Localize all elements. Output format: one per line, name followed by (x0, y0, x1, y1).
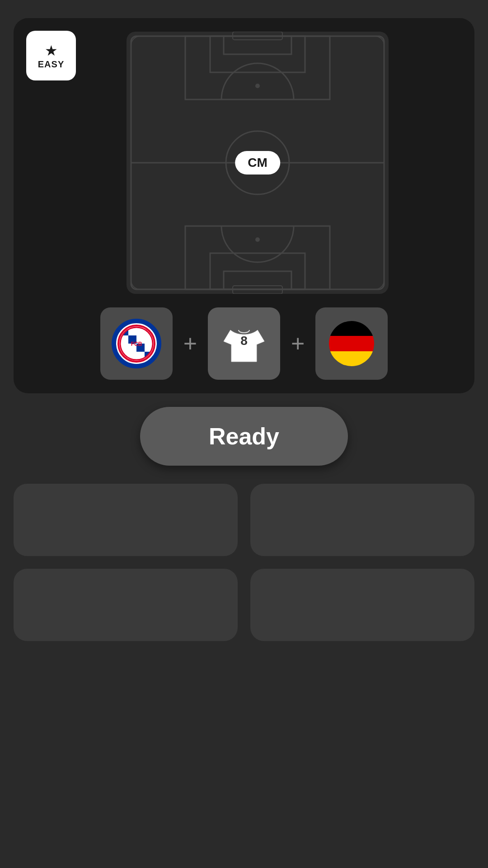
answer-card-2[interactable] (250, 484, 474, 556)
svg-text:FCB: FCB (131, 341, 142, 347)
soccer-field: CM (127, 32, 389, 294)
clue-row: FCB + 8 + (27, 307, 461, 380)
game-card: ★ EASY (14, 18, 474, 393)
answer-card-4[interactable] (250, 569, 474, 641)
svg-point-12 (255, 84, 260, 88)
star-icon: ★ (45, 42, 58, 59)
answer-grid (14, 484, 474, 641)
difficulty-badge: ★ EASY (26, 31, 76, 80)
field-container: CM (27, 32, 461, 294)
difficulty-label: EASY (38, 59, 64, 70)
ready-button-wrapper: Ready (14, 407, 474, 466)
germany-flag-icon (329, 321, 374, 366)
jersey-icon: 8 (221, 321, 267, 366)
plus-separator-2: + (291, 330, 305, 357)
nationality-clue-card[interactable] (315, 307, 388, 380)
ready-button[interactable]: Ready (140, 407, 348, 466)
club-clue-card[interactable]: FCB (100, 307, 173, 380)
jersey-clue-card[interactable]: 8 (208, 307, 280, 380)
svg-point-13 (255, 237, 260, 242)
answer-card-3[interactable] (14, 569, 238, 641)
plus-separator-1: + (183, 330, 197, 357)
jersey-number: 8 (240, 334, 248, 348)
position-badge: CM (235, 151, 280, 175)
answer-card-1[interactable] (14, 484, 238, 556)
